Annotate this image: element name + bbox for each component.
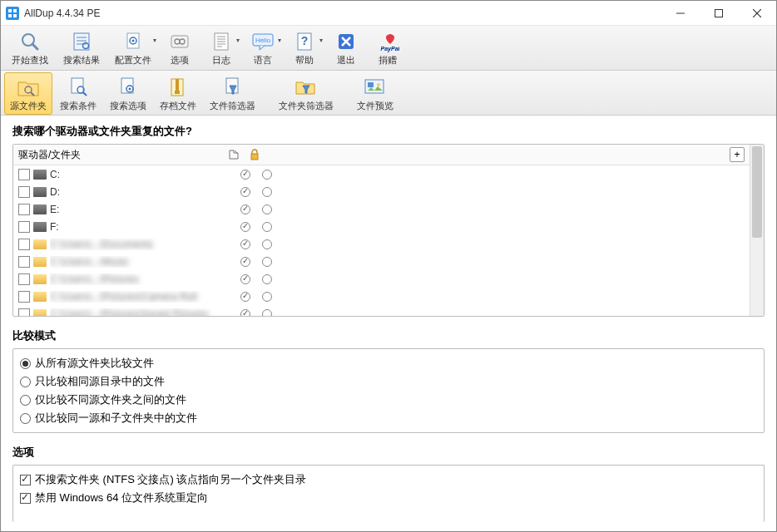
svg-rect-10 bbox=[74, 33, 89, 50]
svg-line-9 bbox=[32, 44, 37, 49]
table-row[interactable]: F: bbox=[13, 218, 750, 235]
label: 配置文件 bbox=[115, 54, 151, 66]
header-col1-icon[interactable] bbox=[228, 149, 250, 160]
vertical-scrollbar[interactable] bbox=[750, 145, 764, 316]
svg-text:PayPal: PayPal bbox=[381, 46, 399, 52]
row-checkbox[interactable] bbox=[18, 169, 30, 180]
svg-point-17 bbox=[132, 40, 135, 42]
svg-rect-50 bbox=[251, 154, 258, 160]
donate-button[interactable]: PayPal 捐赠 bbox=[367, 27, 408, 70]
compare-radio-4[interactable]: 仅比较同一源和子文件夹中的文件 bbox=[20, 409, 757, 427]
row-include-toggle[interactable] bbox=[235, 186, 256, 198]
folder-filter-icon bbox=[294, 75, 319, 100]
row-checkbox[interactable] bbox=[18, 239, 30, 250]
log-button[interactable]: 日志 ▾ bbox=[200, 27, 242, 70]
row-include-toggle[interactable] bbox=[235, 169, 256, 180]
label: 日志 bbox=[212, 54, 230, 66]
help-button[interactable]: ? 帮助 ▾ bbox=[284, 27, 325, 70]
row-lock-toggle[interactable] bbox=[256, 308, 278, 317]
exit-icon bbox=[334, 30, 358, 53]
table-row[interactable]: C:\Users\...\Music bbox=[13, 253, 750, 270]
row-checkbox[interactable] bbox=[18, 308, 30, 317]
svg-text:Hello: Hello bbox=[255, 37, 271, 44]
tab-search-criteria[interactable]: 搜索条件 bbox=[54, 72, 102, 115]
tab-source-folders[interactable]: 源文件夹 bbox=[4, 72, 52, 115]
svg-line-39 bbox=[83, 92, 87, 96]
table-row[interactable]: D: bbox=[13, 183, 750, 200]
row-lock-toggle[interactable] bbox=[256, 256, 278, 268]
label: 存档文件 bbox=[160, 100, 196, 112]
ribbon-toolbar: 源文件夹 搜索条件 搜索选项 存档文件 文件筛选器 文件夹筛选器 文件预览 bbox=[1, 71, 776, 116]
header-lock-icon[interactable] bbox=[250, 149, 271, 160]
table-row[interactable]: E: bbox=[13, 200, 750, 218]
row-lock-toggle[interactable] bbox=[256, 169, 278, 180]
window-title: AllDup 4.4.34 PE bbox=[24, 7, 661, 19]
table-row[interactable]: C:\Users\...\Documents bbox=[13, 235, 750, 253]
table-row[interactable]: C:\Users\...\Pictures\Camera Roll bbox=[13, 288, 750, 305]
row-include-toggle[interactable] bbox=[235, 239, 256, 250]
language-button[interactable]: Hello 语言 ▾ bbox=[242, 27, 284, 70]
label: 仅比较同一源和子文件夹中的文件 bbox=[35, 411, 197, 426]
options-box: 不搜索文件夹 (NTFS 交接点) 该点指向另一个文件夹目录 禁用 Window… bbox=[12, 465, 765, 522]
compare-section: 比较模式 从所有源文件夹比较文件 只比较相同源目录中的文件 仅比较不同源文件夹之… bbox=[12, 328, 765, 433]
row-include-toggle[interactable] bbox=[235, 308, 256, 317]
row-include-toggle[interactable] bbox=[235, 256, 256, 268]
titlebar: AllDup 4.4.34 PE bbox=[1, 1, 776, 26]
row-lock-toggle[interactable] bbox=[256, 221, 278, 233]
minimize-button[interactable] bbox=[661, 1, 700, 26]
start-search-button[interactable]: 开始查找 bbox=[4, 27, 56, 70]
row-lock-toggle[interactable] bbox=[256, 273, 278, 285]
tab-archive-files[interactable]: 存档文件 bbox=[154, 72, 202, 115]
row-checkbox[interactable] bbox=[18, 221, 30, 233]
scrollbar-thumb[interactable] bbox=[752, 146, 762, 238]
search-results-button[interactable]: 搜索结果 bbox=[56, 27, 107, 70]
row-checkbox[interactable] bbox=[18, 204, 30, 215]
add-folder-button[interactable]: + bbox=[730, 147, 745, 162]
row-lock-toggle[interactable] bbox=[256, 239, 278, 250]
row-lock-toggle[interactable] bbox=[256, 291, 278, 303]
row-checkbox[interactable] bbox=[18, 256, 30, 268]
svg-rect-48 bbox=[368, 82, 374, 87]
table-row[interactable]: C:\Users\...\Pictures bbox=[13, 270, 750, 288]
log-icon bbox=[210, 30, 233, 53]
tab-folder-filter[interactable]: 文件夹筛选器 bbox=[273, 72, 339, 115]
maximize-button[interactable] bbox=[700, 1, 738, 26]
label: 搜索选项 bbox=[110, 100, 146, 112]
row-label: C:\Users\...\Documents bbox=[50, 239, 235, 250]
exit-button[interactable]: 退出 bbox=[325, 27, 367, 70]
chevron-down-icon: ▾ bbox=[153, 37, 156, 44]
results-icon bbox=[70, 30, 93, 53]
row-label: C:\Users\...\Music bbox=[50, 256, 235, 268]
close-button[interactable] bbox=[738, 1, 776, 26]
tab-file-preview[interactable]: 文件预览 bbox=[351, 72, 399, 115]
tab-file-filter[interactable]: 文件筛选器 bbox=[204, 72, 261, 115]
options-button[interactable]: 选项 bbox=[159, 27, 200, 70]
table-row[interactable]: C: bbox=[13, 165, 750, 183]
tab-search-options[interactable]: 搜索选项 bbox=[104, 72, 152, 115]
row-checkbox[interactable] bbox=[18, 291, 30, 303]
option-check-1[interactable]: 不搜索文件夹 (NTFS 交接点) 该点指向另一个文件夹目录 bbox=[20, 470, 757, 489]
label: 仅比较不同源文件夹之间的文件 bbox=[35, 392, 186, 407]
list-rows: C:D:E:F:C:\Users\...\DocumentsC:\Users\.… bbox=[13, 165, 750, 316]
table-row[interactable]: C:\Users\...\Pictures\Saved Pictures bbox=[13, 305, 750, 316]
compare-radio-2[interactable]: 只比较相同源目录中的文件 bbox=[20, 372, 757, 391]
row-lock-toggle[interactable] bbox=[256, 186, 278, 198]
row-checkbox[interactable] bbox=[18, 186, 30, 198]
svg-rect-3 bbox=[13, 14, 17, 17]
paypal-icon: PayPal bbox=[376, 30, 399, 53]
config-files-button[interactable]: 配置文件 ▾ bbox=[107, 27, 159, 70]
row-include-toggle[interactable] bbox=[235, 273, 256, 285]
row-lock-toggle[interactable] bbox=[256, 204, 278, 215]
archive-icon bbox=[166, 75, 191, 100]
option-check-2[interactable]: 禁用 Windows 64 位文件系统重定向 bbox=[20, 489, 757, 507]
options-section: 选项 不搜索文件夹 (NTFS 交接点) 该点指向另一个文件夹目录 禁用 Win… bbox=[12, 445, 765, 522]
doc-search-icon bbox=[66, 75, 91, 100]
compare-radio-1[interactable]: 从所有源文件夹比较文件 bbox=[20, 354, 757, 372]
checkbox-icon bbox=[20, 493, 31, 504]
row-include-toggle[interactable] bbox=[235, 221, 256, 233]
svg-rect-1 bbox=[13, 9, 17, 12]
row-include-toggle[interactable] bbox=[235, 204, 256, 215]
row-include-toggle[interactable] bbox=[235, 291, 256, 303]
compare-radio-3[interactable]: 仅比较不同源文件夹之间的文件 bbox=[20, 391, 757, 409]
row-checkbox[interactable] bbox=[18, 273, 30, 285]
